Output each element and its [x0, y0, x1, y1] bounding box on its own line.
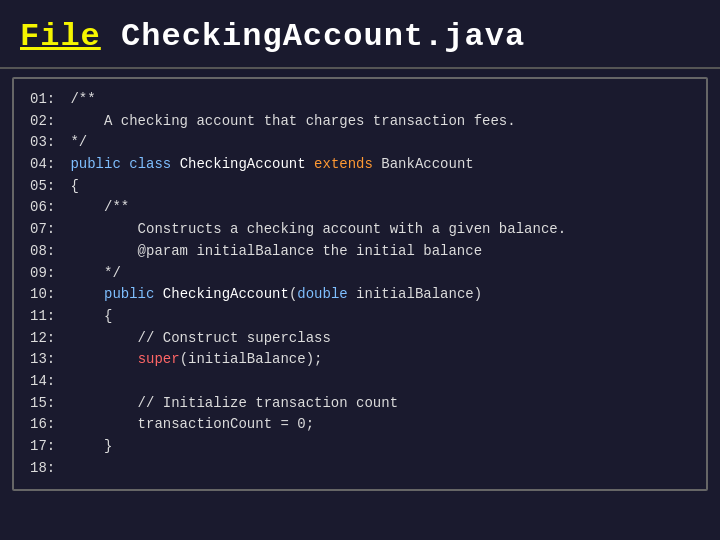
line-num-14: 14: — [30, 371, 62, 393]
line-num-01: 01: — [30, 89, 62, 111]
line-num-09: 09: — [30, 263, 62, 285]
line-content-17: } — [62, 436, 112, 458]
line-num-03: 03: — [30, 132, 62, 154]
code-line-10: 10: public CheckingAccount(double initia… — [30, 284, 690, 306]
line-content-07: Constructs a checking account with a giv… — [62, 219, 566, 241]
line-content-16: transactionCount = 0; — [62, 414, 314, 436]
line-content-15: // Initialize transaction count — [62, 393, 398, 415]
line-content-05: { — [62, 176, 79, 198]
line-content-12: // Construct superclass — [62, 328, 331, 350]
code-line-06: 06: /** — [30, 197, 690, 219]
line-num-05: 05: — [30, 176, 62, 198]
code-line-16: 16: transactionCount = 0; — [30, 414, 690, 436]
line-num-07: 07: — [30, 219, 62, 241]
code-line-03: 03: */ — [30, 132, 690, 154]
line-num-16: 16: — [30, 414, 62, 436]
line-num-15: 15: — [30, 393, 62, 415]
code-line-11: 11: { — [30, 306, 690, 328]
code-line-13: 13: super(initialBalance); — [30, 349, 690, 371]
line-num-12: 12: — [30, 328, 62, 350]
code-area: 01: /** 02: A checking account that char… — [12, 77, 708, 491]
line-content-18 — [62, 458, 70, 480]
title-bar: File CheckingAccount.java — [0, 0, 720, 69]
line-content-09: */ — [62, 263, 121, 285]
code-line-15: 15: // Initialize transaction count — [30, 393, 690, 415]
line-content-10: public CheckingAccount(double initialBal… — [62, 284, 482, 306]
line-num-04: 04: — [30, 154, 62, 176]
line-content-06: /** — [62, 197, 129, 219]
line-content-02: A checking account that charges transact… — [62, 111, 516, 133]
line-num-06: 06: — [30, 197, 62, 219]
line-content-13: super(initialBalance); — [62, 349, 322, 371]
code-line-04: 04: public class CheckingAccount extends… — [30, 154, 690, 176]
code-line-02: 02: A checking account that charges tran… — [30, 111, 690, 133]
code-line-08: 08: @param initialBalance the initial ba… — [30, 241, 690, 263]
line-num-17: 17: — [30, 436, 62, 458]
line-num-13: 13: — [30, 349, 62, 371]
line-content-14 — [62, 371, 70, 393]
line-content-03: */ — [62, 132, 87, 154]
code-line-18: 18: — [30, 458, 690, 480]
line-content-04: public class CheckingAccount extends Ban… — [62, 154, 474, 176]
code-line-14: 14: — [30, 371, 690, 393]
line-num-10: 10: — [30, 284, 62, 306]
code-line-01: 01: /** — [30, 89, 690, 111]
line-content-01: /** — [62, 89, 96, 111]
code-line-05: 05: { — [30, 176, 690, 198]
code-line-12: 12: // Construct superclass — [30, 328, 690, 350]
line-content-11: { — [62, 306, 112, 328]
code-line-07: 07: Constructs a checking account with a… — [30, 219, 690, 241]
line-num-02: 02: — [30, 111, 62, 133]
line-num-08: 08: — [30, 241, 62, 263]
line-num-11: 11: — [30, 306, 62, 328]
code-line-09: 09: */ — [30, 263, 690, 285]
line-content-08: @param initialBalance the initial balanc… — [62, 241, 482, 263]
line-num-18: 18: — [30, 458, 62, 480]
code-line-17: 17: } — [30, 436, 690, 458]
filename-label: CheckingAccount.java — [101, 18, 525, 55]
file-label: File — [20, 18, 101, 55]
